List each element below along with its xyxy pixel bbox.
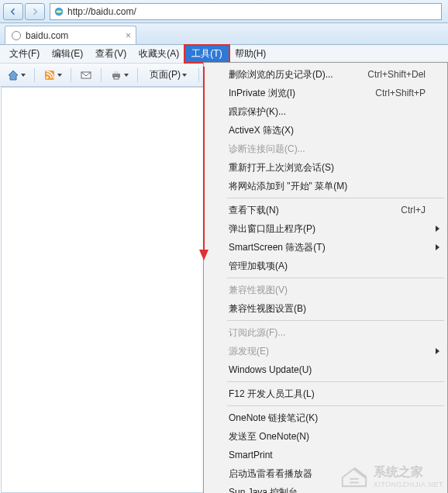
toolbar-separator bbox=[137, 68, 138, 82]
titlebar: http://baidu.com/ bbox=[0, 0, 448, 23]
toolbar-separator bbox=[101, 68, 102, 82]
menu-item-label: 兼容性视图(V) bbox=[229, 284, 288, 297]
arrow-right-icon bbox=[30, 7, 40, 16]
rss-icon bbox=[43, 69, 56, 81]
menu-item-label: 源发现(E) bbox=[229, 345, 269, 358]
menu-item[interactable]: 查看下载(N)Ctrl+J bbox=[205, 201, 446, 219]
menu-item-label: ActiveX 筛选(X) bbox=[229, 124, 294, 137]
menu-item-label: SmartPrint bbox=[229, 450, 273, 460]
menu-separator bbox=[227, 320, 444, 321]
menu-item[interactable]: 删除浏览的历史记录(D)...Ctrl+Shift+Del bbox=[205, 65, 446, 84]
chevron-down-icon bbox=[182, 74, 187, 77]
watermark: 系统之家 XITONGZHIJIA.NET bbox=[339, 464, 443, 488]
menu-item-label: 订阅此源(F)... bbox=[229, 326, 285, 340]
feeds-button[interactable] bbox=[41, 67, 64, 84]
page-menu-label: 页面(P) bbox=[150, 68, 181, 81]
submenu-arrow-icon bbox=[436, 348, 439, 354]
ie-icon bbox=[53, 6, 64, 17]
watermark-sub: XITONGZHIJIA.NET bbox=[374, 481, 443, 488]
menu-item-shortcut: Ctrl+J bbox=[401, 205, 426, 215]
toolbar-separator bbox=[34, 68, 35, 82]
menu-edit[interactable]: 编辑(E) bbox=[46, 46, 89, 62]
print-button[interactable] bbox=[108, 67, 131, 84]
menu-separator bbox=[227, 198, 444, 198]
mail-button[interactable] bbox=[78, 67, 95, 84]
menu-item-label: OneNote 链接笔记(K) bbox=[229, 412, 318, 425]
menu-item[interactable]: 跟踪保护(K)... bbox=[205, 102, 446, 121]
menu-item-label: 启动迅雷看看播放器 bbox=[229, 467, 312, 481]
menu-item-label: 查看下载(N) bbox=[229, 204, 279, 217]
menu-item-label: 跟踪保护(K)... bbox=[229, 105, 286, 119]
menu-item-label: 弹出窗口阻止程序(P) bbox=[229, 222, 315, 236]
menu-item[interactable]: 管理加载项(A) bbox=[205, 257, 446, 275]
svg-rect-5 bbox=[114, 71, 119, 74]
arrow-left-icon bbox=[9, 7, 18, 16]
menu-item-label: 兼容性视图设置(B) bbox=[229, 302, 306, 315]
menu-bar: 文件(F) 编辑(E) 查看(V) 收藏夹(A) 工具(T) 帮助(H) bbox=[0, 45, 448, 64]
menu-tools[interactable]: 工具(T) bbox=[185, 46, 228, 62]
home-button[interactable] bbox=[5, 67, 28, 84]
menu-separator bbox=[227, 405, 444, 406]
menu-help[interactable]: 帮助(H) bbox=[229, 46, 273, 62]
print-icon bbox=[110, 69, 122, 81]
menu-file[interactable]: 文件(F) bbox=[3, 46, 46, 62]
menu-item[interactable]: SmartPrint bbox=[205, 446, 446, 464]
menu-item[interactable]: 弹出窗口阻止程序(P) bbox=[205, 219, 446, 238]
menu-item-label: 诊断连接问题(C)... bbox=[229, 143, 305, 156]
menu-item-label: Sun Java 控制台 bbox=[229, 486, 298, 494]
svg-rect-6 bbox=[114, 77, 119, 79]
menu-item-label: Windows Update(U) bbox=[229, 364, 312, 375]
menu-item-label: 删除浏览的历史记录(D)... bbox=[229, 68, 333, 81]
menu-item: 订阅此源(F)... bbox=[205, 323, 446, 342]
menu-item[interactable]: SmartScreen 筛选器(T) bbox=[205, 238, 446, 257]
menu-item[interactable]: OneNote 链接笔记(K) bbox=[205, 409, 446, 427]
watermark-title: 系统之家 bbox=[374, 464, 443, 481]
menu-item[interactable]: Windows Update(U) bbox=[205, 360, 446, 379]
address-bar[interactable]: http://baidu.com/ bbox=[50, 3, 442, 20]
menu-item-shortcut: Ctrl+Shift+P bbox=[375, 88, 426, 98]
toolbar-separator bbox=[198, 68, 199, 82]
watermark-logo-icon bbox=[339, 464, 369, 488]
menu-item[interactable]: 发送至 OneNote(N) bbox=[205, 427, 446, 446]
menu-item[interactable]: F12 开发人员工具(L) bbox=[205, 384, 446, 403]
menu-item: 兼容性视图(V) bbox=[205, 281, 446, 299]
menu-item[interactable]: 重新打开上次浏览会话(S) bbox=[205, 158, 446, 177]
tab-title: baidu.com bbox=[26, 30, 68, 41]
toolbar-separator bbox=[71, 68, 71, 82]
nav-forward-button[interactable] bbox=[25, 3, 45, 20]
tools-dropdown-menu: 删除浏览的历史记录(D)...Ctrl+Shift+DelInPrivate 浏… bbox=[203, 62, 448, 493]
menu-item[interactable]: 将网站添加到 "开始" 菜单(M) bbox=[205, 177, 446, 195]
menu-item-label: InPrivate 浏览(I) bbox=[229, 87, 295, 100]
menu-item-label: SmartScreen 筛选器(T) bbox=[229, 241, 326, 254]
menu-item-shortcut: Ctrl+Shift+Del bbox=[367, 69, 426, 80]
menu-item: 源发现(E) bbox=[205, 342, 446, 360]
page-menu-button[interactable]: 页面(P) bbox=[144, 67, 192, 84]
chevron-down-icon bbox=[21, 74, 26, 77]
mail-icon bbox=[80, 69, 92, 81]
menu-item-label: 重新打开上次浏览会话(S) bbox=[229, 161, 334, 174]
tab-strip: baidu.com × bbox=[0, 23, 448, 45]
browser-tab[interactable]: baidu.com × bbox=[5, 26, 136, 44]
submenu-arrow-icon bbox=[436, 244, 439, 250]
menu-item-label: 管理加载项(A) bbox=[229, 260, 288, 273]
menu-favorites[interactable]: 收藏夹(A) bbox=[133, 46, 185, 62]
menu-separator bbox=[227, 381, 444, 382]
menu-item-label: 将网站添加到 "开始" 菜单(M) bbox=[229, 180, 347, 193]
menu-item[interactable]: 兼容性视图设置(B) bbox=[205, 299, 446, 318]
menu-item-label: 发送至 OneNote(N) bbox=[229, 430, 309, 443]
menu-separator bbox=[227, 278, 444, 278]
menu-item-label: F12 开发人员工具(L) bbox=[229, 388, 315, 401]
submenu-arrow-icon bbox=[436, 226, 439, 232]
menu-item: 诊断连接问题(C)... bbox=[205, 140, 446, 158]
favicon-placeholder-icon bbox=[12, 31, 21, 40]
menu-view[interactable]: 查看(V) bbox=[89, 46, 133, 62]
home-icon bbox=[7, 69, 19, 81]
chevron-down-icon bbox=[124, 74, 129, 77]
svg-point-2 bbox=[47, 76, 49, 78]
address-url: http://baidu.com/ bbox=[67, 6, 136, 17]
tab-close-button[interactable]: × bbox=[126, 30, 131, 41]
menu-item[interactable]: InPrivate 浏览(I)Ctrl+Shift+P bbox=[205, 84, 446, 102]
chevron-down-icon bbox=[57, 74, 62, 77]
menu-item[interactable]: ActiveX 筛选(X) bbox=[205, 121, 446, 140]
nav-back-button[interactable] bbox=[3, 3, 23, 20]
